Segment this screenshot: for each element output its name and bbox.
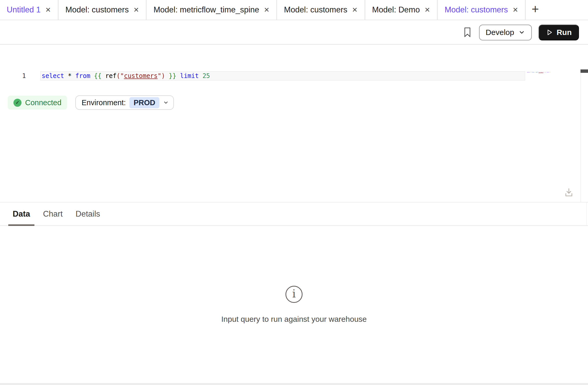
- code-token-string: ": [120, 72, 124, 80]
- tab-model-customers-5[interactable]: Model: customers✕: [438, 0, 526, 20]
- code-token-string-link: customers: [124, 72, 158, 80]
- develop-button-label: Develop: [486, 28, 514, 37]
- editor-scrollbar-track: [580, 73, 581, 202]
- tab-model-customers-3[interactable]: Model: customers✕: [277, 0, 365, 20]
- code-token-plain: *: [68, 72, 71, 80]
- code-token-keyword: select: [42, 72, 64, 80]
- empty-state-message: Input query to run against your warehous…: [0, 315, 588, 324]
- code-token-plain: [90, 72, 94, 80]
- code-token-plain: [165, 72, 169, 80]
- code-token-keyword: limit: [547, 72, 549, 73]
- code-token-jinja: {{: [94, 72, 101, 80]
- tab-label: Model: customers: [284, 5, 347, 15]
- connection-status-label: Connected: [25, 98, 61, 107]
- code-token-jinja: }}: [169, 72, 176, 80]
- code-token-string-link: customers: [539, 72, 543, 73]
- check-icon: ✓: [16, 100, 19, 105]
- code-token-keyword: select: [527, 72, 530, 73]
- ide-window: Untitled 1✕Model: customers✕Model: metri…: [0, 0, 588, 385]
- code-token-number: 25: [550, 72, 550, 73]
- tab-bar-filler: +: [526, 0, 588, 20]
- environment-label: Environment:: [82, 98, 126, 107]
- code-token-number: 25: [202, 72, 210, 80]
- results-tab-label: Data: [13, 209, 30, 219]
- close-tab-icon[interactable]: ✕: [424, 6, 430, 13]
- results-tab-label: Details: [76, 209, 100, 219]
- code-token-string: (: [116, 72, 120, 80]
- editor-scrollbar-thumb[interactable]: [580, 69, 588, 73]
- results-header-divider: [586, 202, 587, 225]
- tab-label: Model: customers: [445, 5, 508, 15]
- download-results-button[interactable]: [564, 188, 574, 197]
- results-tab-chart[interactable]: Chart: [39, 202, 67, 225]
- info-icon-glyph: i: [292, 288, 296, 299]
- connection-status-badge: ✓ Connected: [8, 96, 67, 110]
- environment-value-chip: PROD: [129, 97, 159, 108]
- results-tab-data[interactable]: Data: [8, 202, 34, 225]
- results-tab-bar: DataChartDetails: [0, 202, 588, 226]
- code-token-plain: [101, 72, 105, 80]
- close-tab-icon[interactable]: ✕: [513, 6, 518, 13]
- bookmark-icon: [464, 27, 471, 38]
- close-tab-icon[interactable]: ✕: [133, 6, 139, 13]
- check-circle-icon: ✓: [13, 99, 21, 107]
- chevron-down-icon: [163, 100, 169, 105]
- toolbar: Develop Run: [0, 21, 588, 45]
- code-line[interactable]: select * from {{ ref("customers") }} lim…: [40, 71, 525, 81]
- tab-untitled-1-0[interactable]: Untitled 1✕: [0, 0, 59, 20]
- download-icon: [564, 188, 574, 197]
- minimap[interactable]: select * from {{ ref("customers") }} lim…: [527, 70, 550, 74]
- tab-label: Model: metricflow_time_spine: [153, 5, 259, 15]
- play-icon: [546, 29, 553, 36]
- close-tab-icon[interactable]: ✕: [264, 6, 270, 13]
- code-token-plain: [72, 72, 75, 80]
- line-number: 1: [0, 72, 26, 81]
- tab-model-customers-1[interactable]: Model: customers✕: [59, 0, 147, 20]
- code-token-keyword: limit: [180, 72, 199, 80]
- code-token-string: ": [158, 72, 161, 80]
- code-token-plain: [64, 72, 68, 80]
- code-token-plain: [199, 72, 202, 80]
- code-token-keyword: from: [532, 72, 534, 73]
- info-icon: i: [285, 286, 303, 303]
- close-tab-icon[interactable]: ✕: [45, 6, 51, 13]
- bottom-divider: [0, 383, 588, 385]
- environment-selector[interactable]: Environment: PROD: [75, 95, 174, 110]
- chevron-down-icon: [518, 29, 525, 36]
- results-tab-details[interactable]: Details: [71, 202, 105, 225]
- tab-label: Model: Demo: [372, 5, 420, 15]
- sql-editor-pane[interactable]: ✓ Connected Environment: PROD 1 select *…: [0, 45, 588, 202]
- results-tab-label: Chart: [43, 209, 63, 219]
- code-token-plain: ref: [105, 72, 116, 80]
- tab-label: Untitled 1: [7, 5, 41, 15]
- code-token-plain: [176, 72, 180, 80]
- close-tab-icon[interactable]: ✕: [352, 6, 358, 13]
- tab-model-demo-4[interactable]: Model: Demo✕: [365, 0, 438, 20]
- bookmark-button[interactable]: [464, 27, 471, 38]
- editor-status-row: ✓ Connected Environment: PROD: [8, 95, 174, 110]
- editor-tab-bar: Untitled 1✕Model: customers✕Model: metri…: [0, 0, 588, 20]
- tab-label: Model: customers: [65, 5, 129, 15]
- tabs-container: Untitled 1✕Model: customers✕Model: metri…: [0, 0, 526, 20]
- code-token-keyword: from: [75, 72, 90, 80]
- new-tab-button[interactable]: +: [532, 3, 539, 15]
- code-token-string: ): [161, 72, 165, 80]
- develop-button[interactable]: Develop: [479, 25, 532, 40]
- results-empty-state: i Input query to run against your wareho…: [0, 226, 588, 324]
- results-panel: i Input query to run against your wareho…: [0, 226, 588, 383]
- tab-model-metricflow-time-spine-2[interactable]: Model: metricflow_time_spine✕: [147, 0, 277, 20]
